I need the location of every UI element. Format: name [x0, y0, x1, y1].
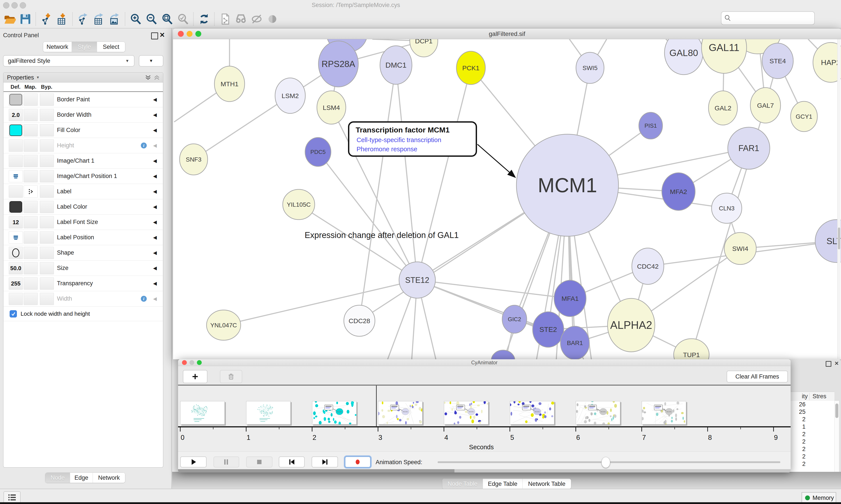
expand-row-icon[interactable]: ◀ [153, 260, 157, 276]
property-row-fill-color[interactable]: Fill Color◀ [3, 123, 163, 138]
default-value-cell[interactable] [9, 124, 23, 137]
node-partial1[interactable] [491, 350, 515, 359]
play-button[interactable] [180, 456, 207, 467]
node-MFA1[interactable]: MFA1 [554, 280, 586, 317]
tab-edge[interactable]: Edge [70, 473, 93, 483]
close-panel-icon[interactable]: ✕ [159, 31, 165, 39]
default-value-cell[interactable]: 255 [9, 277, 23, 290]
property-row-label-font-size[interactable]: 12Label Font Size◀ [3, 215, 163, 230]
mapping-cell[interactable] [24, 155, 38, 167]
default-value-cell[interactable] [9, 201, 23, 213]
node-CLN3[interactable]: CLN3 [712, 193, 742, 223]
tab-edge-table[interactable]: Edge Table [483, 479, 522, 489]
default-value-cell[interactable] [9, 155, 23, 167]
mapping-cell[interactable] [24, 201, 38, 213]
table-column-stress[interactable]: Stres [812, 393, 826, 400]
table-vscrollbar[interactable] [835, 401, 839, 473]
zoom-selected-icon[interactable] [175, 11, 191, 27]
expand-row-icon[interactable]: ◀ [153, 230, 157, 245]
default-value-cell[interactable]: 2.0 [9, 109, 23, 121]
frame-thumbnail-4[interactable]: MCM1 [444, 401, 488, 425]
import-network-icon[interactable] [38, 11, 54, 27]
table-row[interactable]: 2 [788, 453, 835, 461]
export-image-icon[interactable] [107, 11, 123, 27]
network-canvas[interactable]: DCP1RPS28ADMC1PCK1SWI5GAL80GAL11STE4HAP2… [173, 39, 841, 359]
zoom-fit-icon[interactable] [159, 11, 175, 27]
bypass-cell[interactable] [40, 185, 54, 198]
table-row[interactable]: 2 [788, 446, 835, 453]
clear-all-frames-button[interactable]: Clear All Frames [727, 371, 788, 382]
default-value-cell[interactable]: 12 [9, 216, 23, 228]
float-panel-icon[interactable] [826, 361, 831, 367]
network-snapshot-icon[interactable] [217, 11, 233, 27]
property-row-size[interactable]: 50.0Size◀ [3, 260, 163, 276]
minimize-window-icon[interactable] [12, 2, 18, 8]
node-PDC5[interactable]: PDC5 [305, 138, 331, 166]
bypass-cell[interactable] [40, 216, 54, 228]
table-row[interactable]: 25 [788, 408, 835, 416]
tab-style[interactable]: Style [72, 42, 97, 52]
find-network-icon[interactable] [233, 11, 249, 27]
expand-row-icon[interactable]: ◀ [153, 168, 157, 184]
mapping-cell[interactable] [24, 293, 38, 305]
close-window-icon[interactable] [3, 2, 10, 8]
task-history-button[interactable] [3, 491, 21, 504]
property-row-width[interactable]: Widthi◀ [3, 291, 163, 307]
table-row[interactable]: 1 [788, 423, 835, 431]
property-row-border-paint[interactable]: Border Paint◀ [3, 92, 163, 107]
mapping-cell[interactable] [24, 140, 38, 152]
property-row-height[interactable]: Heighti◀ [3, 138, 163, 153]
node-PCK1[interactable]: PCK1 [457, 51, 485, 85]
mapping-cell[interactable] [24, 262, 38, 274]
timeline-playhead[interactable] [376, 385, 377, 427]
node-GAL7[interactable]: GAL7 [750, 88, 781, 123]
bypass-cell[interactable] [40, 109, 54, 121]
expand-row-icon[interactable]: ◀ [153, 291, 157, 306]
mapping-cell[interactable] [24, 216, 38, 228]
property-row-border-width[interactable]: 2.0Border Width◀ [3, 107, 163, 123]
property-row-transparency[interactable]: 255Transparency◀ [3, 276, 163, 291]
node-LSM4[interactable]: LSM4 [317, 91, 346, 124]
default-value-cell[interactable] [9, 185, 23, 198]
export-network-icon[interactable] [75, 11, 91, 27]
stop-button[interactable] [246, 456, 272, 467]
style-options-button[interactable]: ▼ [139, 55, 163, 67]
node-STE12[interactable]: STE12 [399, 262, 435, 298]
mapping-cell[interactable] [24, 93, 38, 106]
node-FAR1[interactable]: FAR1 [728, 127, 770, 169]
cyanimator-titlebar[interactable]: CyAnimator [178, 359, 791, 366]
node-SNF3[interactable]: SNF3 [180, 144, 208, 175]
node-STE4[interactable]: STE4 [762, 43, 793, 78]
node-SWI5[interactable]: SWI5 [576, 52, 604, 84]
default-value-cell[interactable] [9, 231, 23, 244]
node-STE2[interactable]: STE2 [533, 312, 564, 347]
node-GAL11[interactable]: GAL11 [701, 39, 747, 73]
animation-speed-slider[interactable] [437, 461, 780, 463]
node-CDC28[interactable]: CDC28 [344, 305, 375, 336]
bypass-cell[interactable] [40, 262, 54, 274]
table-row[interactable]: 2 [788, 461, 835, 468]
mapping-cell[interactable] [24, 185, 38, 198]
table-row[interactable]: 2 [788, 431, 835, 438]
node-LSM2[interactable]: LSM2 [275, 78, 305, 113]
properties-header[interactable]: Properties ▼ [3, 73, 163, 83]
close-panel-icon[interactable]: ✕ [835, 361, 839, 367]
scrollbar-thumb[interactable] [838, 228, 840, 249]
maximize-window-icon[interactable] [20, 2, 26, 8]
default-value-cell[interactable] [9, 140, 23, 152]
bypass-cell[interactable] [40, 293, 54, 305]
bypass-cell[interactable] [40, 155, 54, 167]
property-row-image-chart-position-1[interactable]: Image/Chart Position 1◀ [3, 168, 163, 184]
zoom-in-icon[interactable] [128, 11, 144, 27]
search-box[interactable] [721, 12, 815, 25]
bypass-cell[interactable] [40, 277, 54, 290]
lock-dimensions-checkbox[interactable] [10, 310, 17, 318]
mapping-cell[interactable] [24, 124, 38, 137]
table-column-ity[interactable]: ity [788, 393, 808, 400]
node-ALPHA2[interactable]: ALPHA2 [608, 299, 655, 352]
node-CDC42[interactable]: CDC42 [632, 248, 664, 284]
node-YIL105C[interactable]: YIL105C [283, 190, 315, 220]
default-value-cell[interactable] [9, 293, 23, 305]
frame-thumbnail-1[interactable] [246, 401, 291, 425]
hide-details-icon[interactable] [249, 11, 265, 27]
